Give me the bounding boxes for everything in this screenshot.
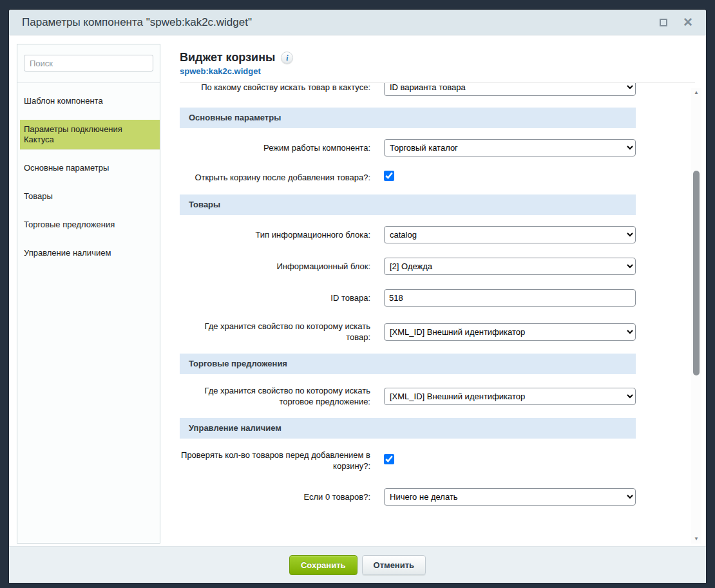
form-row-product-search-property: Где хранится свойство по которому искать… <box>180 321 636 343</box>
search-input[interactable] <box>24 55 153 71</box>
dialog-footer: Сохранить Отменить <box>9 546 706 583</box>
form: По какому свойству искать товар в кактус… <box>180 83 687 546</box>
scroll-down-icon[interactable]: ▼ <box>691 535 701 544</box>
form-row-iblock: Информационный блок: [2] Одежда <box>180 258 636 275</box>
sidebar-item-trade-offers[interactable]: Торговые предложения <box>20 215 160 234</box>
form-row-product-id: ID товара: <box>180 289 636 307</box>
field-label: Информационный блок: <box>180 261 370 272</box>
field-label: По какому свойству искать товар в кактус… <box>180 83 370 93</box>
sidebar: Шаблон компонента Параметры подключения … <box>17 44 160 544</box>
field-label: Если 0 товаров?: <box>180 491 370 502</box>
form-row-offer-search-property: Где хранится свойство по которому искать… <box>180 385 636 407</box>
form-row-zero-products: Если 0 товаров?: Ничего не делать <box>180 488 636 506</box>
window-controls: ✕ <box>660 19 693 26</box>
check-quantity-checkbox[interactable] <box>384 454 394 464</box>
product-search-property-select[interactable]: [XML_ID] Внешний идентификатор <box>384 323 636 341</box>
field-label: Тип информационного блока: <box>180 229 370 240</box>
save-button[interactable]: Сохранить <box>289 555 358 575</box>
form-scroll-area: По какому свойству искать товар в кактус… <box>180 83 701 546</box>
iblock-select[interactable]: [2] Одежда <box>384 258 636 275</box>
section-main-parameters: Основные параметры <box>180 108 636 128</box>
iblock-type-select[interactable]: catalog <box>384 226 636 243</box>
scroll-up-icon[interactable]: ▲ <box>691 88 701 97</box>
section-trade-offers: Торговые предложения <box>180 354 636 374</box>
section-stock-management: Управление наличием <box>180 418 636 439</box>
zero-products-select[interactable]: Ничего не делать <box>384 488 636 506</box>
component-mode-select[interactable]: Торговый каталог <box>384 139 636 156</box>
sidebar-item-main-parameters[interactable]: Основные параметры <box>20 158 160 178</box>
field-label: Где хранится свойство по которому искать… <box>180 385 370 407</box>
cancel-button[interactable]: Отменить <box>362 555 426 575</box>
offer-search-property-select[interactable]: [XML_ID] Внешний идентификатор <box>384 388 636 405</box>
sidebar-search <box>17 55 160 71</box>
field-label: Режим работы компонента: <box>180 142 370 153</box>
close-icon[interactable]: ✕ <box>683 19 693 26</box>
page-title: Виджет корзины <box>180 51 275 64</box>
form-row-iblock-type: Тип информационного блока: catalog <box>180 226 636 243</box>
product-id-input[interactable] <box>384 289 636 307</box>
open-cart-checkbox[interactable] <box>384 171 394 181</box>
dialog-titlebar: Параметры компонента "spweb:kak2c.widget… <box>9 10 706 35</box>
section-products: Товары <box>180 194 636 215</box>
main-header: Виджет корзины i spweb:kak2c.widget <box>180 51 701 83</box>
field-label: Проверять кол-во товаров перед добавлени… <box>180 450 370 471</box>
field-label: Где хранится свойство по которому искать… <box>180 321 370 343</box>
component-parameters-dialog: Параметры компонента "spweb:kak2c.widget… <box>9 10 706 583</box>
sidebar-divider <box>17 82 160 83</box>
form-row-check-quantity: Проверять кол-во товаров перед добавлени… <box>180 450 636 471</box>
sidebar-item-products[interactable]: Товары <box>20 187 160 206</box>
dialog-content: Шаблон компонента Параметры подключения … <box>9 35 706 546</box>
maximize-icon[interactable] <box>660 19 667 26</box>
dialog-title: Параметры компонента "spweb:kak2c.widget… <box>22 16 660 29</box>
sidebar-item-stock-management[interactable]: Управление наличием <box>20 243 160 263</box>
sidebar-item-component-template[interactable]: Шаблон компонента <box>20 91 160 111</box>
main-panel: Виджет корзины i spweb:kak2c.widget По к… <box>160 35 706 546</box>
info-icon[interactable]: i <box>281 52 293 64</box>
form-row-open-cart: Открыть корзину после добавления товара?… <box>180 171 636 184</box>
cactus-property-select[interactable]: ID варианта товара <box>384 83 636 96</box>
scrollbar-thumb[interactable] <box>693 171 700 375</box>
form-row-cactus-property: По какому свойству искать товар в кактус… <box>180 83 636 96</box>
form-row-component-mode: Режим работы компонента: Торговый катало… <box>180 139 636 156</box>
component-name-link[interactable]: spweb:kak2c.widget <box>180 66 695 76</box>
sidebar-item-cactus-connection[interactable]: Параметры подключения Кактуса <box>20 120 160 149</box>
field-label: ID товара: <box>180 292 370 303</box>
vertical-scrollbar[interactable]: ▲ ▼ <box>691 88 701 544</box>
field-label: Открыть корзину после добавления товара?… <box>180 172 370 183</box>
